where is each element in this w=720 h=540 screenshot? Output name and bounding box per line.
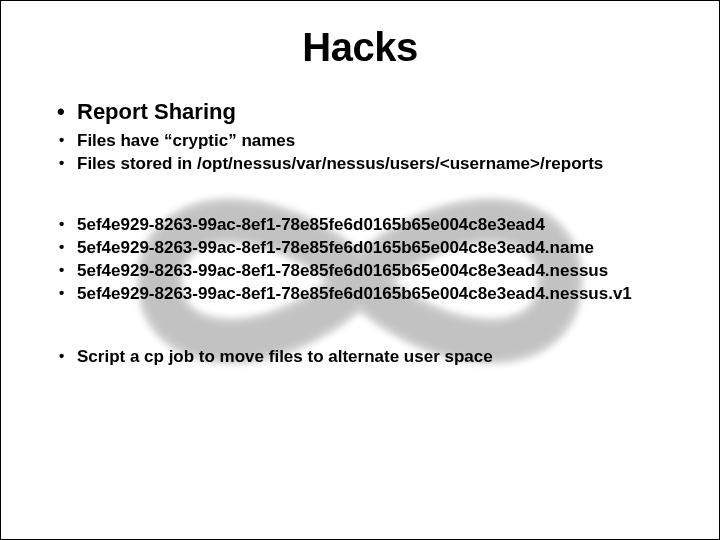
list-item: 5ef4e929-8263-99ac-8ef1-78e85fe6d0165b65…: [51, 260, 669, 282]
list-item: 5ef4e929-8263-99ac-8ef1-78e85fe6d0165b65…: [51, 214, 669, 236]
slide-content: Hacks Report Sharing Files have “cryptic…: [1, 1, 719, 389]
sub-bullets-1: Files have “cryptic” names Files stored …: [51, 130, 669, 175]
section-heading: Report Sharing: [51, 98, 669, 126]
list-item: Files have “cryptic” names: [51, 130, 669, 152]
bullet-section-1: Report Sharing: [51, 98, 669, 126]
list-item: 5ef4e929-8263-99ac-8ef1-78e85fe6d0165b65…: [51, 283, 669, 305]
sub-bullets-3: Script a cp job to move files to alterna…: [51, 346, 669, 368]
slide-title: Hacks: [51, 25, 669, 70]
list-item: Script a cp job to move files to alterna…: [51, 346, 669, 368]
list-item: Files stored in /opt/nessus/var/nessus/u…: [51, 153, 669, 175]
list-item: 5ef4e929-8263-99ac-8ef1-78e85fe6d0165b65…: [51, 237, 669, 259]
sub-bullets-2: 5ef4e929-8263-99ac-8ef1-78e85fe6d0165b65…: [51, 214, 669, 305]
